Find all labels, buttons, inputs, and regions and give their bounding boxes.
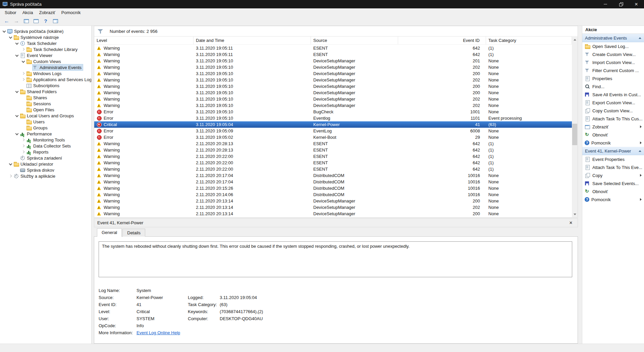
event-row[interactable]: Warning3.11.2020 19:05:10DeviceSetupMana…: [94, 83, 572, 90]
expand-chevron-icon[interactable]: [20, 137, 26, 143]
event-row[interactable]: Warning3.11.2020 19:05:11ESENT642(1): [94, 51, 572, 58]
action-obnoviť[interactable]: Obnoviť: [582, 131, 644, 139]
minimize-button[interactable]: [598, 0, 613, 8]
event-row[interactable]: Warning2.11.2020 20:13:14DeviceSetupMana…: [94, 211, 572, 217]
menu-pomocník[interactable]: Pomocník: [58, 8, 84, 16]
column-header-source[interactable]: Source: [311, 37, 398, 44]
menu-akcia[interactable]: Akcia: [19, 8, 36, 16]
event-row[interactable]: Warning2.11.2020 20:13:14DeviceSetupMana…: [94, 204, 572, 211]
tree-item-shared-folders[interactable]: Shared Folders: [0, 89, 91, 95]
event-row[interactable]: Warning2.11.2020 20:17:04DistributedCOM1…: [94, 172, 572, 179]
expand-chevron-icon[interactable]: [20, 46, 26, 52]
action-zobraziť[interactable]: Zobraziť: [582, 123, 644, 131]
column-header-date-and-time[interactable]: Date and Time: [194, 37, 311, 44]
collapse-chevron-icon[interactable]: [14, 89, 20, 95]
collapse-chevron-icon[interactable]: [14, 131, 20, 137]
action-export-custom-view[interactable]: Export Custom View...: [582, 99, 644, 107]
event-row[interactable]: Warning3.11.2020 19:05:10DeviceSetupMana…: [94, 77, 572, 83]
collapse-chevron-icon[interactable]: [20, 58, 26, 64]
actions-section-administrative-events[interactable]: Administrative Events: [582, 34, 644, 42]
collapse-chevron-icon[interactable]: [14, 40, 20, 46]
export-list-button[interactable]: [32, 17, 40, 25]
tree-item-local-users-and-groups[interactable]: Local Users and Groups: [0, 113, 91, 119]
tree-item-groups[interactable]: Groups: [0, 125, 91, 131]
action-attach-task-to-this-eve[interactable]: Attach Task To This Eve...: [582, 163, 644, 171]
tab-details[interactable]: Details: [122, 229, 145, 237]
tree-item-správa-diskov[interactable]: Správa diskov: [0, 167, 91, 173]
tree-item-data-collector-sets[interactable]: Data Collector Sets: [0, 143, 91, 149]
event-row[interactable]: Warning2.11.2020 20:28:13ESENT642(1): [94, 140, 572, 147]
menu-zobraziť[interactable]: Zobraziť: [36, 8, 58, 16]
tree-item-windows-logs[interactable]: Windows Logs: [0, 70, 91, 76]
event-row[interactable]: Error3.11.2020 19:05:10Eventlog1101Event…: [94, 115, 572, 121]
expand-chevron-icon[interactable]: [20, 143, 26, 149]
event-row[interactable]: Warning3.11.2020 19:05:10DeviceSetupMana…: [94, 58, 572, 64]
scroll-down-arrow-icon[interactable]: [572, 212, 578, 217]
event-row[interactable]: Warning3.11.2020 19:05:10DeviceSetupMana…: [94, 64, 572, 70]
action-filter-current-custom[interactable]: Filter Current Custom ...: [582, 66, 644, 74]
tree-item-monitoring-tools[interactable]: Monitoring Tools: [0, 137, 91, 143]
forward-button[interactable]: [12, 17, 21, 25]
action-pomocník[interactable]: Pomocník: [582, 139, 644, 147]
tree-item-reports[interactable]: Reports: [0, 149, 91, 155]
event-row[interactable]: Warning2.11.2020 20:15:26DistributedCOM1…: [94, 185, 572, 191]
expand-chevron-icon[interactable]: [20, 70, 26, 76]
action-save-all-events-in-cust[interactable]: Save All Events in Cust...: [582, 91, 644, 99]
expand-chevron-icon[interactable]: [8, 173, 13, 179]
event-log-online-help-link[interactable]: Event Log Online Help: [137, 329, 180, 336]
tree-item-task-scheduler[interactable]: Task Scheduler: [0, 40, 91, 46]
event-row[interactable]: Warning2.11.2020 20:28:13ESENT642(1): [94, 147, 572, 153]
scroll-up-arrow-icon[interactable]: [572, 37, 578, 43]
tree-item-applications-and-services-logs[interactable]: Applications and Services Logs: [0, 76, 91, 82]
events-scrollbar[interactable]: [572, 37, 578, 217]
tree-item-sessions[interactable]: Sessions: [0, 101, 91, 107]
tree-item-správca-zariadení[interactable]: Správca zariadení: [0, 155, 91, 161]
show-hide-action-pane-button[interactable]: [51, 17, 60, 25]
action-properties[interactable]: Properties: [582, 74, 644, 82]
action-create-custom-view[interactable]: Create Custom View...: [582, 50, 644, 58]
event-row[interactable]: Critical3.11.2020 19:05:04Kernel-Power41…: [94, 121, 572, 128]
help-button[interactable]: [41, 17, 50, 25]
tree-item-subscriptions[interactable]: Subscriptions: [0, 82, 91, 89]
event-row[interactable]: Warning2.11.2020 20:13:14DeviceSetupMana…: [94, 198, 572, 204]
tree-item-event-viewer[interactable]: Event Viewer: [0, 52, 91, 58]
event-row[interactable]: Error3.11.2020 19:05:10BugCheck1001None: [94, 109, 572, 115]
event-row[interactable]: Warning3.11.2020 19:05:11ESENT642(1): [94, 45, 572, 51]
action-copy-custom-view[interactable]: Copy Custom View...: [582, 107, 644, 115]
event-row[interactable]: Warning2.11.2020 20:17:04DistributedCOM1…: [94, 179, 572, 185]
scrollbar-thumb[interactable]: [572, 124, 577, 145]
show-hide-console-tree-button[interactable]: [22, 17, 31, 25]
tree-item-task-scheduler-library[interactable]: Task Scheduler Library: [0, 46, 91, 52]
collapse-chevron-icon[interactable]: [639, 150, 641, 152]
expand-chevron-icon[interactable]: [20, 76, 26, 82]
event-row[interactable]: Warning2.11.2020 20:22:00ESENT642(1): [94, 166, 572, 172]
column-header-level[interactable]: Level: [94, 37, 194, 44]
actions-section-event-41-kernel-power[interactable]: Event 41, Kernel-Power: [582, 147, 644, 155]
event-row[interactable]: Error3.11.2020 19:05:09EventLog6008None: [94, 128, 572, 134]
back-button[interactable]: [2, 17, 11, 25]
action-import-custom-view[interactable]: Import Custom View...: [582, 58, 644, 66]
action-copy[interactable]: Copy: [582, 171, 644, 179]
tree-item-správa-počítača-lokálne[interactable]: Správa počítača (lokálne): [0, 28, 91, 34]
tree-item-administrative-events[interactable]: Administrative Events: [0, 64, 91, 70]
event-row[interactable]: Warning3.11.2020 19:05:10DeviceSetupMana…: [94, 102, 572, 109]
action-event-properties[interactable]: Event Properties: [582, 155, 644, 163]
action-obnoviť[interactable]: Obnoviť: [582, 187, 644, 195]
close-button[interactable]: [629, 0, 644, 8]
action-open-saved-log[interactable]: Open Saved Log...: [582, 42, 644, 50]
tree-item-performance[interactable]: Performance: [0, 131, 91, 137]
expand-chevron-icon[interactable]: [20, 149, 26, 155]
event-row[interactable]: Warning2.11.2020 20:14:06DistributedCOM1…: [94, 191, 572, 198]
event-row[interactable]: Warning3.11.2020 19:05:10DeviceSetupMana…: [94, 90, 572, 96]
collapse-chevron-icon[interactable]: [639, 37, 641, 39]
collapse-chevron-icon[interactable]: [8, 34, 13, 40]
tree-item-služby-a-aplikácie[interactable]: Služby a aplikácie: [0, 173, 91, 179]
maximize-button[interactable]: [613, 0, 629, 8]
menu-súbor[interactable]: Súbor: [2, 8, 19, 16]
column-header-task-category[interactable]: Task Category: [486, 37, 572, 44]
event-row[interactable]: Warning2.11.2020 20:22:00ESENT642(1): [94, 160, 572, 166]
tree-item-users[interactable]: Users: [0, 119, 91, 125]
tree-item-systémové-nástroje[interactable]: Systémové nástroje: [0, 34, 91, 40]
tab-general[interactable]: General: [97, 228, 122, 237]
action-find[interactable]: Find...: [582, 82, 644, 91]
